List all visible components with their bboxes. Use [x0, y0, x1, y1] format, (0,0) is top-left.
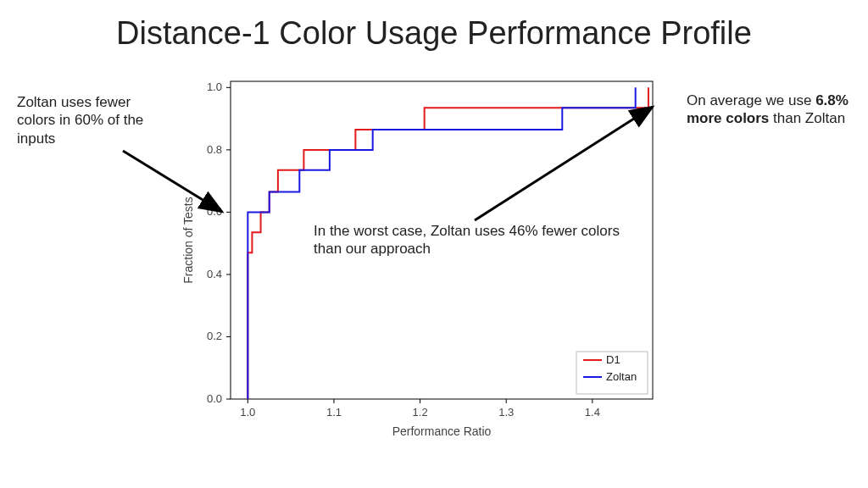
- legend-label: D1: [606, 353, 620, 366]
- annotation-right-pre: On average we use: [687, 92, 815, 108]
- legend-label: Zoltan: [606, 370, 637, 383]
- chart: 1.01.11.21.31.40.00.20.40.60.81.0Perform…: [178, 73, 661, 446]
- svg-text:Fraction of Tests: Fraction of Tests: [181, 197, 195, 283]
- annotation-center: In the worst case, Zoltan uses 46% fewer…: [314, 222, 627, 258]
- svg-text:Performance Ratio: Performance Ratio: [392, 424, 492, 438]
- svg-text:1.1: 1.1: [326, 406, 342, 419]
- svg-text:0.2: 0.2: [207, 330, 222, 342]
- svg-text:0.4: 0.4: [207, 268, 222, 280]
- svg-text:1.2: 1.2: [413, 406, 428, 419]
- svg-text:1.0: 1.0: [207, 80, 222, 93]
- annotation-right: On average we use 6.8% more colors than …: [687, 92, 856, 128]
- svg-text:1.3: 1.3: [498, 406, 514, 419]
- annotation-right-post: than Zoltan: [769, 110, 845, 126]
- page-title: Distance-1 Color Usage Performance Profi…: [0, 15, 868, 52]
- svg-text:1.4: 1.4: [585, 406, 600, 419]
- svg-text:0.0: 0.0: [207, 392, 222, 405]
- svg-text:0.8: 0.8: [207, 143, 222, 156]
- annotation-left: Zoltan uses fewer colors in 60% of the i…: [17, 93, 165, 147]
- svg-text:1.0: 1.0: [240, 406, 255, 419]
- svg-text:0.6: 0.6: [207, 205, 222, 218]
